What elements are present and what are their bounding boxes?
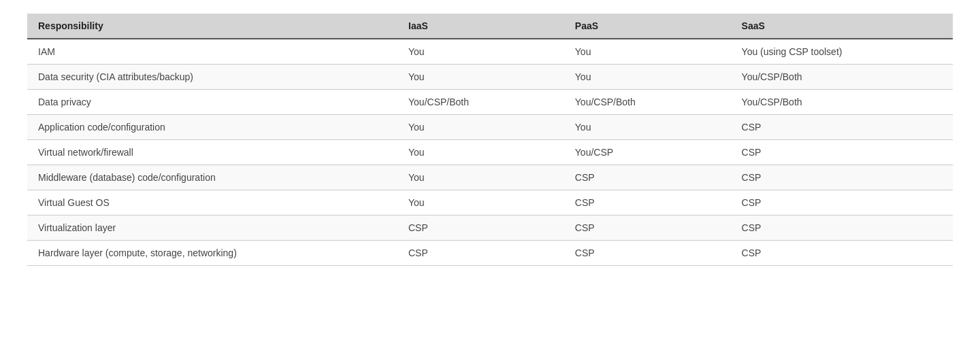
cell-iaas: You (397, 65, 564, 90)
cell-responsibility: Middleware (database) code/configuration (27, 165, 397, 190)
header-responsibility: Responsibility (27, 14, 397, 39)
table-row: Data privacyYou/CSP/BothYou/CSP/BothYou/… (27, 90, 953, 115)
cell-responsibility: Data security (CIA attributes/backup) (27, 65, 397, 90)
cell-paas: CSP (564, 216, 731, 241)
cell-paas: You/CSP/Both (564, 90, 731, 115)
table-row: Application code/configurationYouYouCSP (27, 115, 953, 140)
table-row: Hardware layer (compute, storage, networ… (27, 241, 953, 266)
cell-saas: CSP (731, 140, 953, 165)
table-row: Middleware (database) code/configuration… (27, 165, 953, 190)
cell-paas: CSP (564, 190, 731, 216)
cell-responsibility: Hardware layer (compute, storage, networ… (27, 241, 397, 266)
cell-paas: You (564, 39, 731, 65)
table-row: Data security (CIA attributes/backup)You… (27, 65, 953, 90)
cell-saas: CSP (731, 241, 953, 266)
table-row: Virtual Guest OSYouCSPCSP (27, 190, 953, 216)
cell-responsibility: Virtual network/firewall (27, 140, 397, 165)
responsibility-table: Responsibility IaaS PaaS SaaS IAMYouYouY… (27, 14, 953, 266)
cell-iaas: You/CSP/Both (397, 90, 564, 115)
responsibility-table-wrapper: Responsibility IaaS PaaS SaaS IAMYouYouY… (27, 14, 953, 266)
cell-saas: CSP (731, 216, 953, 241)
cell-paas: CSP (564, 241, 731, 266)
cell-iaas: You (397, 115, 564, 140)
cell-paas: You/CSP (564, 140, 731, 165)
cell-saas: You/CSP/Both (731, 65, 953, 90)
cell-iaas: You (397, 165, 564, 190)
cell-paas: You (564, 115, 731, 140)
cell-paas: CSP (564, 165, 731, 190)
cell-iaas: You (397, 39, 564, 65)
cell-responsibility: Application code/configuration (27, 115, 397, 140)
header-paas: PaaS (564, 14, 731, 39)
table-row: Virtualization layerCSPCSPCSP (27, 216, 953, 241)
table-row: IAMYouYouYou (using CSP toolset) (27, 39, 953, 65)
cell-saas: CSP (731, 165, 953, 190)
cell-saas: You (using CSP toolset) (731, 39, 953, 65)
header-saas: SaaS (731, 14, 953, 39)
table-row: Virtual network/firewallYouYou/CSPCSP (27, 140, 953, 165)
cell-iaas: CSP (397, 216, 564, 241)
cell-paas: You (564, 65, 731, 90)
cell-saas: You/CSP/Both (731, 90, 953, 115)
cell-responsibility: IAM (27, 39, 397, 65)
header-iaas: IaaS (397, 14, 564, 39)
cell-saas: CSP (731, 190, 953, 216)
cell-iaas: CSP (397, 241, 564, 266)
cell-responsibility: Virtual Guest OS (27, 190, 397, 216)
cell-iaas: You (397, 190, 564, 216)
cell-iaas: You (397, 140, 564, 165)
cell-saas: CSP (731, 115, 953, 140)
cell-responsibility: Data privacy (27, 90, 397, 115)
table-header-row: Responsibility IaaS PaaS SaaS (27, 14, 953, 39)
cell-responsibility: Virtualization layer (27, 216, 397, 241)
table-body: IAMYouYouYou (using CSP toolset)Data sec… (27, 39, 953, 266)
